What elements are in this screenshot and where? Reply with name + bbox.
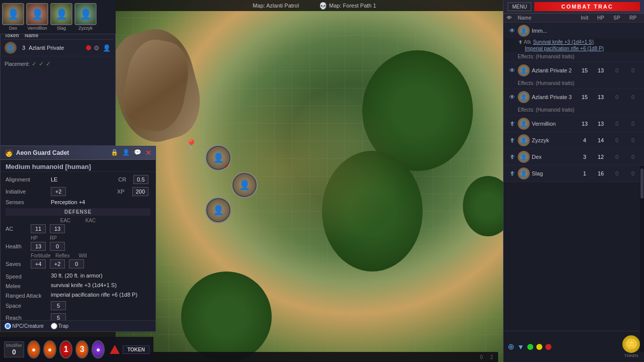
user-icon[interactable]: 👤 xyxy=(122,149,130,157)
path-overlay xyxy=(156,80,408,256)
trap-radio[interactable] xyxy=(51,323,57,329)
rt-init-4: 4 xyxy=(577,137,593,143)
token-info-btn[interactable]: 👤 xyxy=(102,44,111,52)
ref-label: Reflex xyxy=(54,253,70,258)
rt-avatar-6: 👤 xyxy=(518,167,530,179)
rt-name-0: Imm... xyxy=(532,28,577,34)
chevron-icon[interactable]: ▼ xyxy=(517,343,524,351)
rt-eye-5[interactable]: 🗡 xyxy=(507,153,518,160)
health-label: Health xyxy=(6,243,31,249)
combat-tracker-title: COMBAT TRAC xyxy=(534,2,640,11)
token-coin[interactable]: 🪙 xyxy=(622,335,640,353)
alignment-value: LE xyxy=(51,176,57,183)
rt-atk-text-1[interactable]: Survival knife +3 (1d4+1 S) xyxy=(533,39,594,45)
rt-rp-5: 0 xyxy=(625,154,641,160)
defense-header: DEFENSE xyxy=(6,208,150,216)
rt-init-5: 3 xyxy=(577,154,593,160)
xp-label-cs: XP xyxy=(117,189,132,195)
map-title-1: Map: Azlanti Patrol xyxy=(253,3,299,9)
init-col-header: Init xyxy=(577,15,593,21)
char-scroll-bar[interactable] xyxy=(640,166,644,352)
will-value: 0 xyxy=(69,259,84,268)
rt-main-row-5[interactable]: 🗡 👤 Dex 3 12 0 0 xyxy=(504,149,644,165)
action-btn-4[interactable]: 3 xyxy=(75,340,89,358)
party-token-dex[interactable]: 👤 Dex xyxy=(2,3,24,31)
map-token-3[interactable]: 👤 xyxy=(205,197,231,223)
rt-entry-2: 👁 👤 Azlanti Private 3 15 13 0 0 Effects:… xyxy=(504,89,644,116)
party-token-bar: 👤 Dex 👤 Vermillion 👤 Slag 👤 Zyzzyk xyxy=(0,0,116,34)
rt-name-5: Dex xyxy=(532,154,577,160)
action-btn-2[interactable]: ● xyxy=(43,340,56,358)
party-token-slag[interactable]: 👤 Slag xyxy=(50,3,72,31)
rt-atk-text-2[interactable]: Imperial pacification rifle +6 (1d8 P) xyxy=(525,46,604,51)
placement-label: Placement: xyxy=(5,61,30,67)
map-background xyxy=(116,0,513,362)
initiative-value: +2 xyxy=(51,187,66,196)
rt-hp-6: 16 xyxy=(593,170,609,176)
bottom-controls: Modifier 0 ● ● 1 3 ● TOKEN xyxy=(0,337,153,362)
rt-name-2: Azlanti Private 3 xyxy=(532,94,577,100)
rt-main-row-0[interactable]: 👁 👤 Imm... xyxy=(504,23,644,39)
rt-sp-5: 0 xyxy=(609,154,625,160)
senses-value: Perception +4 xyxy=(51,199,85,205)
char-stats-body[interactable]: Alignment LE CR 0.5 Initiative +2 XP 200… xyxy=(1,172,155,320)
eac-value: 11 xyxy=(31,224,46,233)
token-coin-container: 🪙 TOKEN xyxy=(622,335,640,358)
reach-row: Reach 5 xyxy=(6,313,150,320)
placement-check-1: ✓ xyxy=(32,60,37,67)
rt-eye-1[interactable]: 👁 xyxy=(507,67,518,74)
party-token-zyzzyk[interactable]: 👤 Zyzzyk xyxy=(74,3,97,31)
action-btn-1[interactable]: ● xyxy=(27,340,40,358)
saves-boxes: +4 +2 0 xyxy=(31,259,86,268)
senses-label: Senses xyxy=(6,199,51,205)
rp-col-header: RP xyxy=(625,15,641,21)
atk-label: Atk xyxy=(524,39,531,45)
modifier-label: Modifier xyxy=(6,343,22,348)
npc-radio[interactable] xyxy=(5,323,11,329)
rt-eye-0[interactable]: 👁 xyxy=(507,27,518,34)
combat-tracker-col-headers: 👁 Name Init HP SP RP xyxy=(504,14,644,23)
placement-check-2: ✓ xyxy=(39,60,44,67)
map-marker: 📍 xyxy=(185,139,198,151)
party-token-vermillion[interactable]: 👤 Vermillion xyxy=(26,3,48,31)
rt-entry-6: 🗡 👤 Slag 1 16 0 0 xyxy=(504,165,644,182)
close-button[interactable]: ✕ xyxy=(145,149,151,157)
rt-sp-3: 0 xyxy=(609,121,625,127)
token-avatar-2: 👤 xyxy=(233,174,256,196)
hp-col-header: HP xyxy=(593,15,609,21)
health-row: Health 13 0 xyxy=(6,242,150,251)
rt-hp-3: 13 xyxy=(593,121,609,127)
rt-main-row-3[interactable]: 🗡 👤 Vermillion 13 13 0 0 xyxy=(504,116,644,132)
token-row[interactable]: 👤 3 Azlanti Private ⚙ 👤 xyxy=(3,40,113,56)
rt-main-row-4[interactable]: 🗡 👤 Zyzzyk 4 14 0 0 xyxy=(504,132,644,148)
triangle-btn[interactable] xyxy=(110,345,120,354)
sp-col-header: SP xyxy=(609,15,625,21)
compass-icon[interactable]: ⊕ xyxy=(508,342,514,351)
rt-main-row-2[interactable]: 👁 👤 Azlanti Private 3 15 13 0 0 xyxy=(504,89,644,105)
map-token-2[interactable]: 👤 xyxy=(231,172,258,198)
trap-label: Trap xyxy=(58,323,68,329)
rt-eye-3[interactable]: 🗡 xyxy=(507,120,518,127)
npc-option[interactable]: NPC/Creature xyxy=(5,323,44,329)
char-sheet-title: Aeon Guard Cadet xyxy=(16,149,69,156)
npc-radio-group[interactable]: NPC/Creature Trap xyxy=(5,323,68,329)
rt-avatar-5: 👤 xyxy=(518,151,530,163)
rt-indicator: ⊕ ▼ xyxy=(508,342,551,351)
rt-main-row-6[interactable]: 🗡 👤 Slag 1 16 0 0 xyxy=(504,165,644,182)
rt-eye-6[interactable]: 🗡 xyxy=(507,170,518,177)
rt-eye-2[interactable]: 👁 xyxy=(507,94,518,101)
menu-button[interactable]: MENU xyxy=(508,3,531,11)
lock-icon[interactable]: 🔒 xyxy=(111,149,118,157)
rp-value: 0 xyxy=(50,242,65,251)
token-num: 3 xyxy=(19,45,29,51)
map-token-1[interactable]: 👤 xyxy=(205,145,231,171)
rt-eye-4[interactable]: 🗡 xyxy=(507,137,518,144)
rt-hp-1: 13 xyxy=(593,67,609,73)
action-btn-5[interactable]: ● xyxy=(92,340,105,358)
token-indicator-1 xyxy=(225,165,229,169)
rt-main-row-1[interactable]: 👁 👤 Azlanti Private 2 15 13 0 0 xyxy=(504,62,644,78)
chat-icon[interactable]: 💬 xyxy=(134,149,141,157)
token-edit-btn[interactable]: ⚙ xyxy=(93,44,100,52)
trap-option[interactable]: Trap xyxy=(51,323,68,329)
action-btn-3[interactable]: 1 xyxy=(59,340,72,358)
